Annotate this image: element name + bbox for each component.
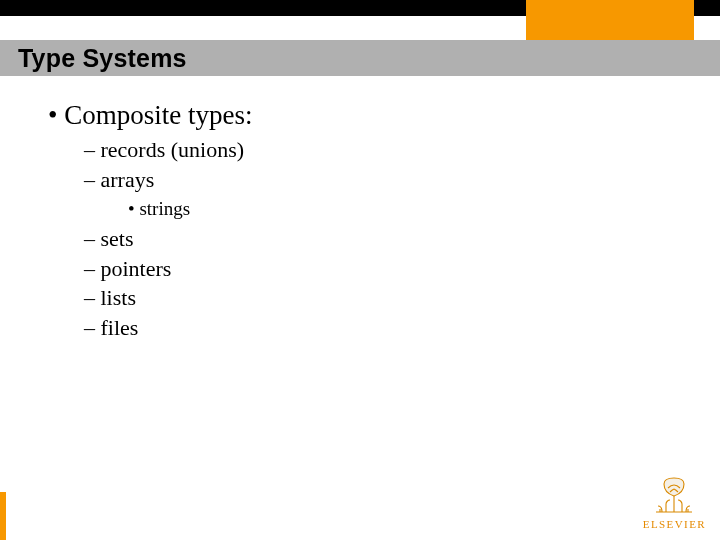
list-item: files [84,313,690,343]
bullet-strings: strings [139,198,190,219]
list-item: sets [84,224,690,254]
bullet-records: records (unions) [101,137,245,162]
bullet-list-level1: Composite types: records (unions) arrays… [48,100,690,343]
bullet-pointers: pointers [101,256,172,281]
slide-title: Type Systems [18,44,187,73]
bullet-files: files [101,315,139,340]
bullet-arrays: arrays [101,167,155,192]
bullet-main: Composite types: [64,100,252,130]
left-accent-bar [0,492,6,540]
publisher-logo: ELSEVIER [643,472,706,530]
list-item: lists [84,283,690,313]
list-item: pointers [84,254,690,284]
list-item: Composite types: records (unions) arrays… [48,100,690,343]
publisher-logo-label: ELSEVIER [643,518,706,530]
bullet-list-level2: records (unions) arrays strings sets poi… [48,135,690,343]
elsevier-tree-icon [650,472,698,516]
title-bar: Type Systems [0,40,720,76]
content-area: Composite types: records (unions) arrays… [48,100,690,343]
bullet-sets: sets [101,226,134,251]
bullet-list-level3: strings [84,196,690,222]
list-item: arrays strings [84,165,690,222]
bullet-lists: lists [101,285,136,310]
list-item: records (unions) [84,135,690,165]
accent-orange-block [526,0,694,40]
list-item: strings [128,196,690,222]
